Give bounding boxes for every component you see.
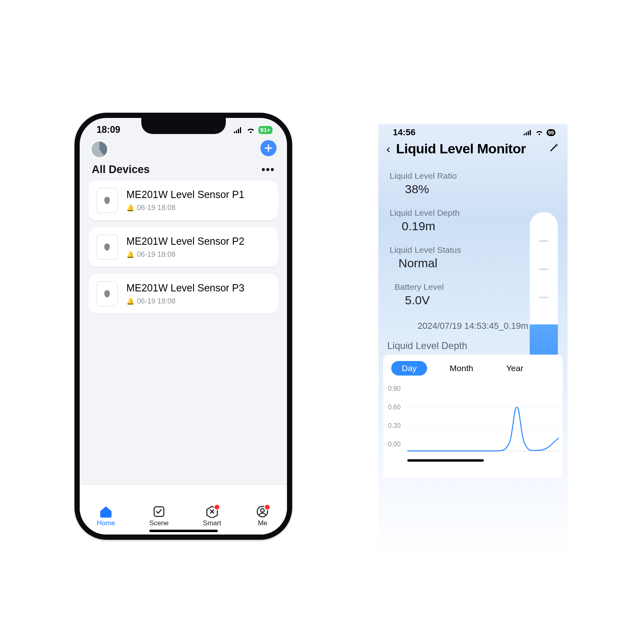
range-tab-year[interactable]: Year [496,361,534,376]
device-icon [97,281,118,306]
bell-icon: 🔔 [126,297,134,305]
more-icon[interactable]: ••• [262,163,275,176]
notification-dot-icon [214,504,220,510]
metric-label: Liquid Level Ratio [390,171,568,181]
phone-notch [141,118,226,134]
range-tab-month[interactable]: Month [439,361,483,376]
device-list: ME201W Level Sensor P1 🔔06-19 18:08 ME20… [80,181,287,314]
battery-badge: 91+ [258,126,272,134]
device-card[interactable]: ME201W Level Sensor P2 🔔06-19 18:08 [89,227,278,267]
metric-value: 38% [390,182,568,196]
device-icon [97,188,118,213]
y-tick: 0.00 [388,441,400,448]
nav-label: Scene [149,519,169,527]
wifi-icon [246,127,255,133]
device-card[interactable]: ME201W Level Sensor P1 🔔06-19 18:08 [89,181,278,220]
nav-label: Smart [203,519,221,527]
page-title: Liquid Level Monitor [396,141,543,157]
device-timestamp: 06-19 18:08 [137,297,175,305]
device-timestamp: 06-19 18:08 [137,204,175,212]
notification-dot-icon [264,504,270,510]
y-tick: 0.60 [388,404,400,411]
svg-point-3 [261,509,264,512]
device-title: ME201W Level Sensor P3 [126,282,270,294]
bell-icon: 🔔 [126,204,134,212]
cellular-icon [233,127,243,133]
y-axis: 0.90 0.60 0.30 0.00 [388,385,400,448]
nav-label: Home [97,519,115,527]
add-button[interactable] [260,140,277,156]
status-time: 14:56 [393,127,415,138]
nav-me[interactable]: Me [255,505,270,527]
status-time: 18:09 [97,124,120,135]
home-indicator [149,530,218,532]
device-title: ME201W Level Sensor P1 [126,189,270,200]
nav-label: Me [258,519,268,527]
device-card[interactable]: ME201W Level Sensor P3 🔔06-19 18:08 [89,274,278,314]
metric-ratio: Liquid Level Ratio 38% [390,171,568,196]
edit-icon[interactable] [549,143,559,155]
y-tick: 0.30 [388,422,400,429]
device-title: ME201W Level Sensor P2 [126,235,270,247]
range-tab-day[interactable]: Day [391,361,427,376]
bell-icon: 🔔 [126,251,134,258]
me-icon [255,505,270,518]
depth-line-chart [407,385,559,453]
back-button[interactable]: ‹ [386,142,390,156]
avatar[interactable] [90,140,109,159]
battery-badge: 99 [547,129,555,136]
cellular-icon [523,127,532,138]
bottom-nav: Home Scene Smart Me [80,485,287,535]
chart-card: Day Month Year 0.90 0.60 0.30 0.00 [383,355,563,478]
y-tick: 0.90 [388,385,400,392]
nav-home[interactable]: Home [97,505,115,527]
nav-scene[interactable]: Scene [149,505,169,527]
device-icon [97,235,118,260]
home-icon [99,505,113,518]
devices-heading: All Devices [92,163,150,176]
device-timestamp: 06-19 18:08 [137,250,175,259]
home-indicator [407,459,484,462]
phone-mock-home: 18:09 91+ All Devices ••• ME201W Level S… [74,113,292,540]
scene-icon [152,505,166,518]
nav-smart[interactable]: Smart [203,505,221,527]
wifi-icon [535,127,543,138]
status-bar: 14:56 99 [378,124,568,139]
smart-icon [205,505,219,518]
device-detail-screen: 14:56 99 ‹ Liquid Level Monitor Liquid L… [378,124,568,559]
